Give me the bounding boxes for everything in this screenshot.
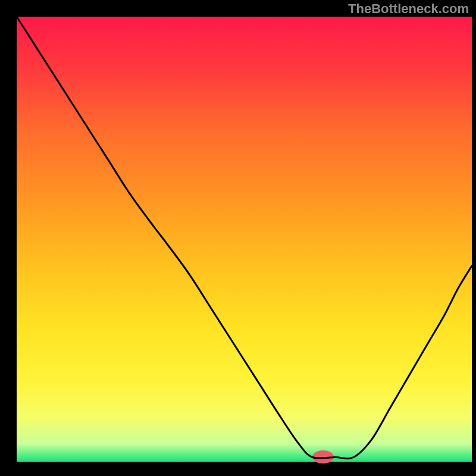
plot-background bbox=[17, 17, 472, 462]
chart-stage: { "watermark": "TheBottleneck.com", "plo… bbox=[0, 0, 476, 476]
bottleneck-chart bbox=[0, 0, 476, 476]
watermark-text: TheBottleneck.com bbox=[348, 1, 469, 17]
